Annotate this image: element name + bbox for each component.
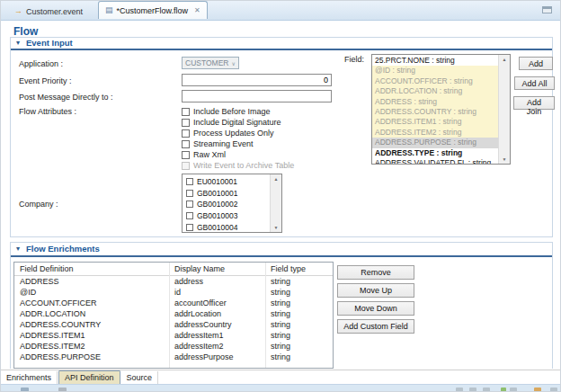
event-priority-label: Event Priority : bbox=[19, 76, 72, 85]
table-row[interactable]: ADDRESS.COUNTRY addressCountry string bbox=[14, 319, 333, 330]
scroll-down-icon[interactable]: ▼ bbox=[499, 155, 510, 164]
table-row[interactable]: ACCOUNT.OFFICER accountOfficer string bbox=[14, 298, 333, 308]
table-row[interactable]: @ID id string bbox=[14, 287, 333, 298]
checkbox-icon bbox=[182, 129, 190, 138]
column-header[interactable]: Display Name bbox=[169, 264, 265, 273]
application-dropdown[interactable]: CUSTOMER ∨ bbox=[182, 57, 239, 69]
field-list-item[interactable]: ACCOUNT.OFFICER : string bbox=[372, 76, 498, 86]
table-row[interactable]: ADDRESS address string bbox=[14, 276, 333, 287]
enrichments-table[interactable]: Field Definition Display Name Field type… bbox=[13, 262, 334, 369]
statusbar-icon[interactable] bbox=[501, 388, 506, 392]
statusbar-icon[interactable] bbox=[534, 388, 541, 392]
checkbox-write-event-to-archive-table: Write Event to Archive Table bbox=[182, 161, 294, 170]
field-list-item[interactable]: ADDRESS.VALIDATED.FL : string bbox=[372, 158, 498, 165]
field-list-item[interactable]: 25.PRCT.NONE : string bbox=[372, 56, 498, 66]
editor-tabbar: → Customer.event ▤ *CustomerFlow.flow ✕ bbox=[1, 1, 561, 21]
checkbox-icon bbox=[186, 224, 193, 231]
checkbox-icon bbox=[182, 108, 190, 116]
tab-enrichments[interactable]: Enrichments bbox=[1, 371, 58, 384]
minimize-view-icon[interactable] bbox=[542, 6, 552, 13]
checkbox-include-digital-signature[interactable]: Include Digital Signature bbox=[182, 118, 281, 127]
editor-tab-customerflow[interactable]: ▤ *CustomerFlow.flow ✕ bbox=[98, 1, 208, 19]
field-list-item[interactable]: ADDR.LOCATION : string bbox=[372, 86, 498, 96]
statusbar-icon[interactable] bbox=[58, 388, 67, 392]
chevron-down-icon: ∨ bbox=[232, 60, 236, 67]
field-scrollbar[interactable]: ▲ ▼ bbox=[498, 55, 510, 164]
field-list-item[interactable]: ADDRESS.COUNTRY : string bbox=[372, 107, 498, 117]
checkbox-label: Include Digital Signature bbox=[193, 118, 281, 127]
checkbox-label: Write Event to Archive Table bbox=[193, 161, 294, 170]
statusbar-icon[interactable] bbox=[483, 388, 490, 392]
checkbox-label: Include Before Image bbox=[193, 107, 271, 116]
application-value: CUSTOMER bbox=[185, 58, 229, 67]
checkbox-label: Raw Xml bbox=[193, 150, 226, 159]
post-message-input[interactable] bbox=[182, 90, 332, 102]
company-option[interactable]: EU0010001 bbox=[183, 176, 270, 188]
move-up-button[interactable]: Move Up bbox=[337, 283, 414, 298]
table-row[interactable]: ADDR.LOCATION addrLocation string bbox=[14, 308, 333, 319]
statusbar-icon[interactable] bbox=[21, 388, 29, 392]
field-label: Field: bbox=[337, 55, 364, 64]
section-rule bbox=[11, 255, 552, 257]
company-option[interactable]: GB0010004 bbox=[183, 221, 270, 233]
company-scrollbar[interactable]: ▲ ▼ bbox=[270, 174, 281, 232]
statusbar-icon[interactable] bbox=[510, 388, 517, 392]
column-separator bbox=[265, 263, 266, 368]
checkbox-label: Streaming Event bbox=[193, 139, 254, 148]
company-option[interactable]: GB0010003 bbox=[183, 210, 270, 222]
post-message-label: Post Message Directly to : bbox=[19, 93, 113, 102]
company-listbox[interactable]: EU0010001 GB0010001 GB0010002 GB0010003 … bbox=[182, 174, 282, 233]
remove-button[interactable]: Remove bbox=[337, 265, 414, 280]
tab-source[interactable]: Source bbox=[121, 371, 159, 384]
company-option[interactable]: GB0010002 bbox=[183, 199, 270, 210]
table-row[interactable]: ADDRESS.PURPOSE addressPurpose string bbox=[14, 352, 333, 362]
checkbox-streaming-event[interactable]: Streaming Event bbox=[182, 139, 254, 148]
flow-enrichments-header[interactable]: Flow Enrichments bbox=[26, 244, 100, 254]
collapse-section-icon[interactable]: ▾ bbox=[16, 245, 20, 253]
event-file-icon: → bbox=[14, 7, 22, 15]
editor-tab-customer-event[interactable]: → Customer.event bbox=[8, 3, 89, 20]
tab-api-definition[interactable]: API Definition bbox=[58, 370, 120, 385]
scroll-up-icon[interactable]: ▲ bbox=[499, 55, 510, 64]
event-input-header[interactable]: Event Input bbox=[26, 38, 73, 48]
column-separator bbox=[169, 263, 170, 368]
flow-attributes-label: Flow Attributes : bbox=[19, 107, 76, 116]
checkbox-include-before-image[interactable]: Include Before Image bbox=[182, 107, 271, 116]
checkbox-raw-xml[interactable]: Raw Xml bbox=[182, 150, 226, 159]
field-list-item[interactable]: ADDRESS : string bbox=[372, 97, 498, 107]
flow-editor-window: → Customer.event ▤ *CustomerFlow.flow ✕ … bbox=[0, 0, 561, 392]
statusbar-icon[interactable] bbox=[456, 388, 463, 392]
add-join-button[interactable]: Add Join bbox=[513, 96, 555, 110]
move-down-button[interactable]: Move Down bbox=[337, 301, 414, 316]
collapse-section-icon[interactable]: ▾ bbox=[16, 39, 20, 47]
statusbar-icon[interactable] bbox=[469, 388, 476, 392]
scroll-down-icon[interactable]: ▼ bbox=[271, 223, 281, 232]
checkbox-label: Process Updates Only bbox=[193, 129, 274, 138]
scroll-up-icon[interactable]: ▲ bbox=[271, 174, 281, 183]
add-button[interactable]: Add bbox=[519, 57, 553, 70]
column-header[interactable]: Field Definition bbox=[14, 264, 169, 273]
field-list-item[interactable]: @ID : string bbox=[372, 66, 498, 76]
flow-file-icon: ▤ bbox=[105, 6, 113, 14]
checkbox-process-updates-only[interactable]: Process Updates Only bbox=[182, 129, 274, 138]
table-row[interactable]: ADDRESS.ITEM1 addressItem1 string bbox=[14, 330, 333, 341]
add-all-button[interactable]: Add All bbox=[514, 76, 555, 90]
bottom-tabbar: Enrichments API Definition Source bbox=[1, 370, 561, 385]
field-list-item[interactable]: ADDRESS.TYPE : string bbox=[372, 148, 498, 158]
field-listbox[interactable]: 25.PRCT.NONE : string @ID : string ACCOU… bbox=[371, 54, 511, 165]
field-list-item[interactable]: ADDRESS.PURPOSE : string bbox=[372, 138, 498, 147]
application-label: Application : bbox=[19, 59, 63, 68]
add-custom-field-button[interactable]: Add Custom Field bbox=[337, 319, 414, 334]
field-list-item[interactable]: ADDRESS.ITEM1 : string bbox=[372, 117, 498, 127]
table-row[interactable]: ADDRESS.ITEM2 addressItem2 string bbox=[14, 341, 333, 352]
section-rule bbox=[11, 49, 552, 50]
field-list-item[interactable]: ADDRESS.ITEM2 : string bbox=[372, 128, 498, 138]
checkbox-icon bbox=[186, 190, 193, 197]
editor-tab-label: Customer.event bbox=[26, 7, 83, 16]
statusbar-icon[interactable] bbox=[550, 388, 557, 392]
close-tab-icon[interactable]: ✕ bbox=[194, 6, 200, 14]
status-bar bbox=[1, 384, 561, 392]
column-header[interactable]: Field type bbox=[265, 264, 333, 273]
company-option[interactable]: GB0010001 bbox=[183, 188, 270, 200]
event-priority-input[interactable] bbox=[182, 74, 332, 86]
